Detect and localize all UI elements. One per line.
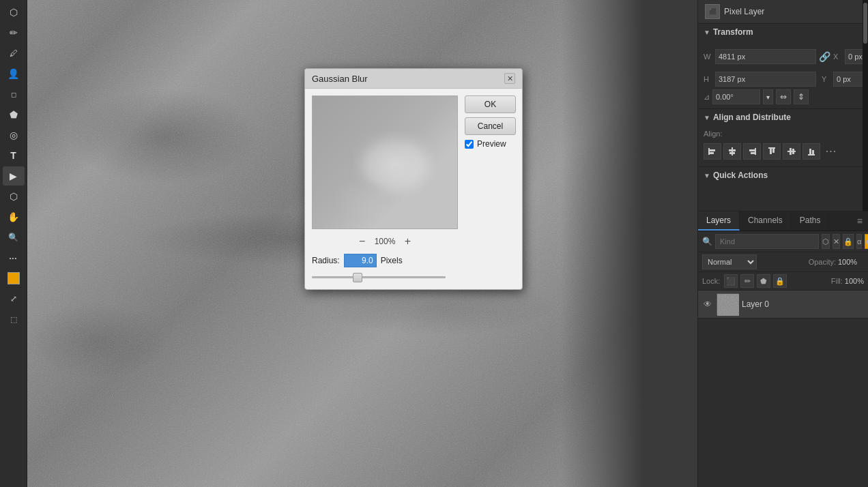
align-left-button[interactable] (704, 143, 721, 160)
lock-all-button[interactable]: 🔒 (773, 274, 787, 288)
svg-rect-8 (729, 149, 736, 151)
filter-color-button[interactable]: ■ (865, 234, 868, 249)
align-bottom-button[interactable] (802, 143, 820, 160)
tab-layers[interactable]: Layers (698, 211, 740, 231)
svg-rect-10 (755, 148, 756, 155)
zoom-level: 100% (375, 237, 396, 246)
right-panel: ⬛ Pixel Layer ▼ Transform W 🔗 X (697, 0, 868, 487)
search-icon: 🔍 (702, 237, 712, 246)
preview-checkbox[interactable] (465, 140, 474, 149)
align-center-h-button[interactable] (723, 143, 741, 160)
filter-type-button[interactable]: ⬡ (822, 234, 830, 249)
slider-track (312, 276, 446, 278)
tool-zoom[interactable]: 🔍 (3, 228, 25, 247)
opacity-row: Opacity: 100% (809, 258, 864, 266)
svg-point-2 (360, 137, 429, 192)
tool-brush[interactable]: ✏ (3, 23, 25, 42)
zoom-in-button[interactable]: + (401, 235, 414, 248)
tool-pan[interactable]: ✋ (3, 207, 25, 226)
height-input[interactable] (715, 72, 816, 87)
svg-rect-12 (751, 152, 755, 154)
align-section: ▼ Align and Distribute Align: (698, 109, 868, 167)
cancel-button[interactable]: Cancel (465, 117, 516, 135)
preview-area (312, 95, 458, 229)
width-input[interactable] (715, 49, 816, 64)
dialog-body: − 100% + Radius: Pixels (305, 89, 522, 289)
zoom-out-button[interactable]: − (356, 235, 369, 248)
angle-input[interactable] (712, 89, 760, 104)
preview-label: Preview (477, 139, 506, 149)
quick-actions-header[interactable]: ▼ Quick Actions (698, 167, 868, 183)
tab-paths[interactable]: Paths (792, 211, 830, 231)
align-middle-button[interactable] (783, 143, 800, 160)
filter-locked-button[interactable]: 🔒 (843, 234, 854, 249)
align-title: Align and Distribute (713, 113, 791, 122)
slider-thumb[interactable] (353, 273, 362, 282)
align-header[interactable]: ▼ Align and Distribute (698, 109, 868, 126)
preview-controls: − 100% + (312, 235, 458, 248)
layer-type-label: Pixel Layer (724, 7, 764, 16)
dialog-content: − 100% + Radius: Pixels (312, 95, 515, 282)
layers-tabs-more[interactable]: ≡ (852, 211, 868, 231)
tool-group[interactable]: ⬚ (3, 310, 25, 329)
layer-list: 👁 Layer 0 (698, 291, 868, 487)
svg-rect-23 (717, 294, 739, 316)
opacity-value: 100% (838, 258, 864, 266)
canvas-area[interactable]: Gaussian Blur ✕ (27, 0, 697, 487)
tool-more-dots[interactable]: ••• (3, 248, 25, 267)
blend-mode-select[interactable]: Normal Multiply Screen Overlay (702, 254, 757, 269)
lock-alpha-button[interactable]: ✏ (740, 274, 754, 288)
lock-paint-button[interactable]: ⬟ (757, 274, 770, 288)
align-right-button[interactable] (743, 143, 761, 160)
tool-polygon[interactable]: ⬡ (3, 187, 25, 206)
preview-checkbox-row: Preview (465, 139, 516, 149)
quick-actions-section: ▼ Quick Actions (698, 167, 868, 211)
w-label: W (704, 53, 713, 61)
ok-button[interactable]: OK (465, 95, 516, 113)
layers-search-input[interactable] (715, 234, 819, 249)
flip-h-button[interactable]: ⇔ (776, 89, 791, 104)
transform-header[interactable]: ▼ Transform (698, 24, 868, 40)
flip-v-button[interactable]: ⇕ (794, 89, 809, 104)
layers-tabs: Layers Channels Paths ≡ (698, 211, 868, 231)
link-button[interactable]: 🔗 (819, 44, 830, 69)
filter-name-button[interactable]: ✕ (833, 234, 840, 249)
dialog-close-button[interactable]: ✕ (504, 73, 515, 84)
svg-point-3 (340, 185, 381, 212)
tab-channels[interactable]: Channels (740, 211, 792, 231)
dialog-title: Gaussian Blur (312, 74, 368, 84)
radius-input[interactable] (344, 254, 377, 267)
tool-color-swatch[interactable] (3, 269, 25, 288)
filter-alpha-button[interactable]: α (856, 234, 862, 249)
layer-visibility-toggle[interactable]: 👁 (702, 299, 713, 310)
layers-options-row: Normal Multiply Screen Overlay Opacity: … (698, 252, 868, 272)
svg-rect-5 (710, 149, 715, 151)
dialog-right: OK Cancel Preview (465, 95, 516, 282)
y-label: Y (822, 75, 831, 83)
layer-header: ⬛ Pixel Layer (698, 0, 868, 24)
radius-slider[interactable] (312, 271, 446, 282)
tool-smudge[interactable]: ⬟ (3, 105, 25, 124)
lock-pos-button[interactable]: ⬛ (724, 274, 738, 288)
svg-rect-1 (313, 96, 457, 228)
properties-scrollbar[interactable] (863, 0, 868, 211)
tool-select[interactable]: ▶ (3, 166, 25, 186)
tool-erase[interactable]: ◻ (3, 85, 25, 104)
svg-rect-4 (708, 148, 710, 155)
dialog-titlebar: Gaussian Blur ✕ (305, 69, 522, 89)
tool-clone[interactable]: ◎ (3, 126, 25, 145)
transform-title: Transform (713, 27, 753, 37)
align-more-button[interactable]: ··· (822, 143, 840, 160)
svg-rect-6 (710, 152, 714, 154)
tool-pointer[interactable]: ⬡ (3, 3, 25, 22)
layers-search-row: 🔍 ⬡ ✕ 🔒 α ■ (698, 231, 868, 252)
tool-fill[interactable]: 👤 (3, 64, 25, 83)
layer-item[interactable]: 👁 Layer 0 (698, 291, 868, 319)
align-top-button[interactable] (763, 143, 781, 160)
angle-dropdown[interactable]: ▾ (763, 89, 773, 104)
tool-pen[interactable]: 🖊 (3, 44, 25, 63)
tool-text[interactable]: T (3, 146, 25, 165)
tool-transform[interactable]: ⤢ (3, 289, 25, 308)
align-toggle-icon: ▼ (704, 114, 710, 121)
radius-label: Radius: (312, 256, 340, 265)
